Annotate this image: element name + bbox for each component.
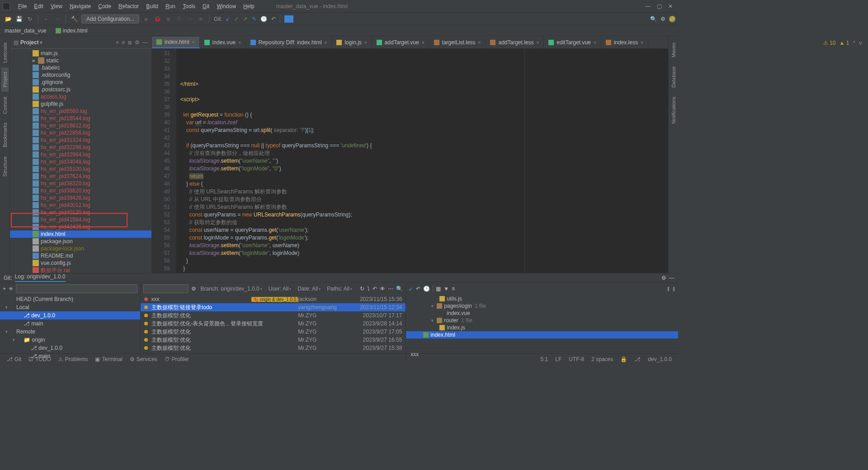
menu-view[interactable]: View bbox=[47, 3, 66, 9]
tree-item[interactable]: package.json bbox=[10, 238, 151, 245]
tree-item[interactable]: .gitignore bbox=[10, 79, 151, 86]
lock-icon[interactable]: 🔒 bbox=[617, 356, 631, 362]
diff-group-icon[interactable]: ▦ bbox=[436, 286, 441, 292]
editor-tab[interactable]: index.vue× bbox=[200, 37, 246, 48]
branch-item[interactable]: ▾Local bbox=[0, 303, 140, 311]
statusbar-todo[interactable]: ☑TODO bbox=[25, 356, 54, 362]
attach-icon[interactable]: ⋯ bbox=[186, 15, 194, 23]
editor-tab[interactable]: index.html× bbox=[152, 37, 200, 48]
close-icon[interactable]: ✕ bbox=[668, 3, 673, 9]
filter-branch[interactable]: Branch: origin/dev_1.0.0▾ bbox=[199, 286, 264, 292]
commit-row[interactable]: 主数据模型:优化Mr.ZYG2023/9/27 16:55 bbox=[141, 336, 406, 344]
editor-tab[interactable]: index.less× bbox=[601, 37, 648, 48]
branch-item[interactable]: ⎇ main bbox=[0, 320, 140, 328]
statusbar-git[interactable]: ⎇Git bbox=[3, 356, 25, 362]
branch-item[interactable]: ⎇ dev_1.0.0 bbox=[0, 311, 140, 320]
branch-item[interactable]: ▾Remote bbox=[0, 328, 140, 336]
right-tab-notifications[interactable]: Notifications bbox=[670, 92, 677, 128]
menu-code[interactable]: Code bbox=[94, 3, 115, 9]
branch-star-icon[interactable]: ✳ bbox=[9, 286, 13, 292]
right-tab-database[interactable]: Database bbox=[670, 62, 677, 92]
statusbar-info[interactable]: dev_1.0.0 bbox=[644, 356, 675, 362]
tree-item[interactable]: hs_err_pid38320.log bbox=[10, 180, 151, 187]
filter-paths[interactable]: Paths: All▾ bbox=[325, 286, 354, 292]
menu-run[interactable]: Run bbox=[162, 3, 179, 9]
statusbar-info[interactable]: 2 spaces bbox=[588, 356, 617, 362]
changed-file-row[interactable]: index.html bbox=[406, 331, 678, 338]
debug-icon[interactable]: 🐞 bbox=[153, 15, 161, 23]
maximize-icon[interactable]: ▢ bbox=[657, 3, 662, 9]
tree-item[interactable]: hs_err_pid16612.log bbox=[10, 122, 151, 129]
git-rollback-icon[interactable]: ↶ bbox=[271, 16, 276, 22]
search-everywhere-icon[interactable]: 🔍 bbox=[650, 16, 657, 22]
tree-item[interactable]: .babelrc bbox=[10, 64, 151, 71]
project-dropdown-icon[interactable]: ▾ bbox=[40, 39, 42, 46]
git-update-icon[interactable]: ↙ bbox=[226, 16, 230, 22]
diff-expand-icon[interactable]: ▼ bbox=[443, 286, 449, 292]
changed-file-row[interactable]: ▾pages\login1 file bbox=[406, 302, 678, 310]
git-commit-icon[interactable]: ✓ bbox=[234, 16, 239, 22]
diff-collapse-icon[interactable]: ≡ bbox=[452, 286, 455, 292]
tree-item[interactable]: hs_err_pid16544.log bbox=[10, 115, 151, 122]
code-with-me-icon[interactable] bbox=[284, 15, 293, 23]
commit-search-regex-icon[interactable]: ⚙ bbox=[191, 286, 196, 292]
menu-edit[interactable]: Edit bbox=[30, 3, 47, 9]
left-tab-leetcode[interactable]: Leetcode bbox=[1, 38, 9, 67]
menu-window[interactable]: Window bbox=[213, 3, 240, 9]
tree-item[interactable]: hs_err_pid37624.log bbox=[10, 173, 151, 180]
tree-item[interactable]: hs_err_pid34048.log bbox=[10, 158, 151, 165]
tree-item[interactable]: main.js bbox=[10, 50, 151, 57]
tree-item[interactable]: gulpfile.js bbox=[10, 100, 151, 108]
forward-icon[interactable]: → bbox=[53, 15, 61, 23]
changed-file-row[interactable]: index.vue bbox=[406, 310, 678, 317]
branch-item[interactable]: ▾📁 origin bbox=[0, 336, 140, 344]
tree-item[interactable]: README.md bbox=[10, 252, 151, 259]
build-icon[interactable]: 🔨 bbox=[70, 15, 78, 23]
more-options-icon[interactable]: ⋯ bbox=[388, 286, 393, 292]
diff-layout-icon[interactable]: ⫿ bbox=[667, 286, 670, 292]
statusbar-services[interactable]: ⚙Services bbox=[126, 356, 161, 362]
statusbar-profiler[interactable]: ⏱Profiler bbox=[161, 356, 193, 362]
diff-history-icon[interactable]: 🕒 bbox=[423, 286, 430, 292]
tree-item[interactable]: hs_err_pid31324.log bbox=[10, 136, 151, 144]
statusbar-terminal[interactable]: ▣Terminal bbox=[91, 356, 126, 362]
tree-item[interactable]: index.html bbox=[10, 230, 151, 238]
diff-layout2-icon[interactable]: ⫿ bbox=[673, 286, 675, 292]
back-icon[interactable]: ← bbox=[42, 15, 51, 23]
commit-refresh-icon[interactable]: ↻ bbox=[360, 286, 364, 292]
tree-item[interactable]: hs_err_pid35100.log bbox=[10, 165, 151, 173]
tree-item[interactable]: hs_err_pid32964.log bbox=[10, 151, 151, 158]
changed-file-row[interactable]: ▾router1 file bbox=[406, 317, 678, 324]
open-icon[interactable]: 📂 bbox=[4, 15, 12, 23]
tree-item[interactable]: hs_err_pid40120.log bbox=[10, 209, 151, 216]
tree-item[interactable]: hs_err_pid39428.log bbox=[10, 194, 151, 202]
git-hide-icon[interactable]: — bbox=[669, 275, 675, 281]
tree-item[interactable]: hs_err_pid38620.log bbox=[10, 187, 151, 194]
commit-row[interactable]: 主数据模型:优化Mr.ZYG2023/10/7 17:17 bbox=[141, 311, 406, 320]
left-tab-commit[interactable]: Commit bbox=[1, 92, 9, 118]
branch-item[interactable]: HEAD (Current Branch) bbox=[0, 295, 140, 303]
editor-tab[interactable]: Repository Diff: index.html× bbox=[246, 37, 332, 48]
menu-tools[interactable]: Tools bbox=[179, 3, 199, 9]
tree-item[interactable]: hs_err_pid6560.log bbox=[10, 108, 151, 115]
crumb-file[interactable]: index.html bbox=[63, 28, 88, 34]
save-icon[interactable]: 💾 bbox=[15, 15, 23, 23]
add-configuration-button[interactable]: Add Configuration... bbox=[81, 14, 139, 24]
menu-navigate[interactable]: Navigate bbox=[66, 3, 94, 9]
tree-item[interactable]: 数据平台.rar bbox=[10, 267, 151, 273]
find-icon[interactable]: 🔍 bbox=[396, 286, 403, 292]
minimize-icon[interactable]: — bbox=[645, 3, 651, 9]
menu-file[interactable]: File bbox=[14, 3, 30, 9]
tree-item[interactable]: vue.config.js bbox=[10, 259, 151, 267]
commit-row[interactable]: 主数据模型:链接登录todoyangzhenguang2023/11/15 12… bbox=[141, 303, 406, 311]
filter-user[interactable]: User: All▾ bbox=[267, 286, 293, 292]
settings-gear-icon[interactable]: ⚙ bbox=[135, 39, 140, 46]
git-settings-icon[interactable]: ⚙ bbox=[661, 275, 666, 281]
commit-row[interactable]: 主数据模型:优化Mr.ZYG2023/9/27 15:38 bbox=[141, 344, 406, 352]
run-icon[interactable]: ▶ bbox=[142, 15, 151, 23]
branch-item[interactable]: ⎇ dev_1.0.0 bbox=[0, 344, 140, 352]
tree-item[interactable]: hs_err_pid40012.log bbox=[10, 202, 151, 209]
coverage-icon[interactable]: ◉ bbox=[164, 15, 172, 23]
statusbar-problems[interactable]: ⚠Problems bbox=[55, 356, 92, 362]
tree-item[interactable]: .editorconfig bbox=[10, 71, 151, 79]
